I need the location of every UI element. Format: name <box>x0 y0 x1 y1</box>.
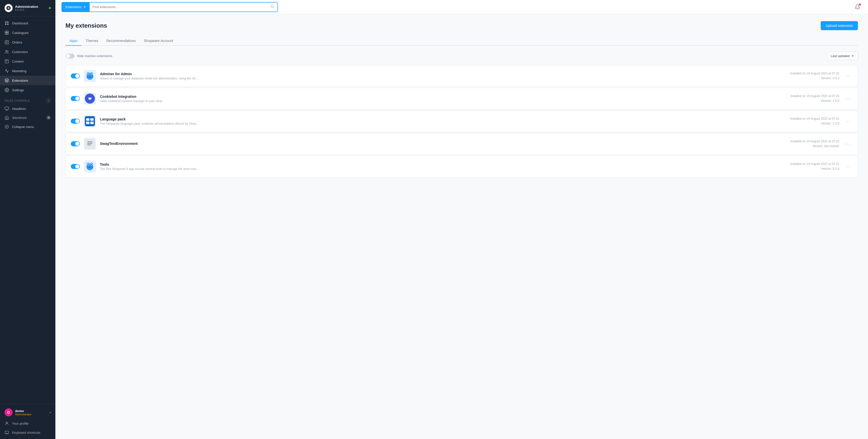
dashboard-icon <box>4 21 9 25</box>
sidebar-label-settings: Settings <box>12 88 24 92</box>
ext-more-button-adminer[interactable]: ··· <box>843 72 852 80</box>
ext-install-date-swagtest: Installed on 19 August 2022 at 07:22 <box>789 139 839 144</box>
extensions-icon <box>4 78 9 83</box>
keyboard-icon <box>4 430 9 435</box>
frog-svg-tools <box>85 161 95 171</box>
sidebar-item-marketing[interactable]: Marketing <box>0 66 55 76</box>
ext-install-date-langpack: Installed on 19 August 2022 at 07:21 <box>789 116 839 121</box>
tabs-bar: Apps Themes Recommendations Shopware Acc… <box>65 36 858 46</box>
tab-apps[interactable]: Apps <box>65 36 82 46</box>
sidebar-label-content: Content <box>12 60 24 63</box>
hide-inactive-toggle[interactable] <box>65 54 74 59</box>
content-icon <box>4 59 9 64</box>
svg-rect-36 <box>87 144 91 145</box>
sidebar-label-extensions: Extensions <box>12 79 28 82</box>
ext-toggle-adminer[interactable] <box>71 73 80 78</box>
svg-rect-3 <box>5 24 6 25</box>
add-sales-channel-button[interactable]: + <box>46 98 51 103</box>
svg-point-17 <box>6 422 7 424</box>
sidebar-footer: D demo Administrator ▾ Your profile Keyb… <box>0 404 55 439</box>
your-profile-label: Your profile <box>12 421 28 426</box>
ext-desc-adminer: Allows to manage your database inside th… <box>100 77 226 80</box>
sidebar-item-content[interactable]: Content <box>0 57 55 66</box>
sidebar-label-storefront: Storefront <box>12 116 26 120</box>
sidebar-item-orders[interactable]: Orders <box>0 37 55 47</box>
svg-point-10 <box>6 50 7 52</box>
search-icon <box>270 4 274 8</box>
extension-item-swagtest: SwagTestEnvironment Installed on 19 Augu… <box>65 133 858 155</box>
sales-channels-section: Sales Channels + <box>0 95 55 104</box>
ext-toggle-cookiebot[interactable] <box>71 96 80 101</box>
svg-rect-35 <box>87 143 92 144</box>
search-submit-button[interactable] <box>267 2 277 11</box>
ext-version-swagtest: Version: dev-master <box>789 144 839 148</box>
page-title: My extensions <box>65 22 107 29</box>
notification-button[interactable] <box>853 2 862 11</box>
sidebar-label-customers: Customers <box>12 50 28 54</box>
search-input[interactable] <box>90 2 267 11</box>
ext-name-langpack: Language pack <box>100 117 785 121</box>
user-info[interactable]: D demo Administrator ▾ <box>0 406 55 419</box>
svg-rect-8 <box>7 33 8 34</box>
ext-icon-langpack <box>84 115 96 127</box>
svg-rect-5 <box>5 31 6 32</box>
swagtest-placeholder <box>85 139 95 149</box>
svg-rect-30 <box>86 118 89 121</box>
extension-item-langpack: Language pack The Shopware language pack… <box>65 110 858 132</box>
keyboard-shortcuts-link[interactable]: Keyboard shortcuts <box>0 428 55 437</box>
online-indicator <box>49 7 51 9</box>
ext-more-button-swagtest[interactable]: ··· <box>843 140 852 147</box>
sidebar-item-storefront[interactable]: Storefront <box>0 113 55 122</box>
your-profile-link[interactable]: Your profile <box>0 419 55 428</box>
svg-point-13 <box>6 90 7 91</box>
ext-name-swagtest: SwagTestEnvironment <box>100 141 785 145</box>
search-type-button[interactable]: Extensions <box>62 2 90 11</box>
sort-button[interactable]: Last updated <box>827 52 858 60</box>
keyboard-shortcuts-label: Keyboard shortcuts <box>12 431 40 435</box>
sidebar-item-settings[interactable]: Settings <box>0 85 55 95</box>
sales-channels-label: Sales Channels <box>4 99 30 102</box>
sidebar-item-customers[interactable]: Customers <box>0 47 55 57</box>
sidebar-label-orders: Orders <box>12 40 22 44</box>
sort-chevron-icon <box>851 55 854 58</box>
avatar: D <box>4 408 12 416</box>
tab-shopware-account[interactable]: Shopware Account <box>140 36 177 46</box>
ext-version-cookiebot: Version: 1.0.0 <box>789 99 839 103</box>
ext-more-button-cookiebot[interactable]: ··· <box>843 95 852 102</box>
svg-rect-34 <box>87 141 92 142</box>
tab-themes[interactable]: Themes <box>82 36 102 46</box>
user-icon <box>4 421 9 426</box>
sidebar-item-extensions[interactable]: Extensions <box>0 76 55 85</box>
svg-rect-7 <box>5 33 6 34</box>
svg-point-28 <box>89 98 91 99</box>
settings-icon <box>4 88 9 92</box>
sidebar-item-headless[interactable]: Headless <box>0 104 55 113</box>
ext-toggle-langpack[interactable] <box>71 119 80 124</box>
svg-point-43 <box>91 164 92 165</box>
sidebar-item-dashboard[interactable]: Dashboard <box>0 19 55 28</box>
sidebar-label-headless: Headless <box>12 107 26 111</box>
ext-info-langpack: Language pack The Shopware language pack… <box>100 117 785 126</box>
ext-meta-cookiebot: Installed on 19 August 2022 at 07:23 Ver… <box>789 94 839 103</box>
ext-version-adminer: Version: 0.3.2 <box>789 76 839 81</box>
main-area: Extensions My extensions Upload extensio… <box>55 0 868 439</box>
ext-version-langpack: Version: 2.3.0 <box>789 121 839 126</box>
tab-recommendations[interactable]: Recommendations <box>102 36 140 46</box>
ext-toggle-tools[interactable] <box>71 164 80 169</box>
filter-bar: Hide inactive extensions Last updated <box>65 52 858 60</box>
user-name: demo <box>15 409 31 413</box>
notification-badge <box>859 3 861 5</box>
sidebar-item-catalogues[interactable]: Catalogues <box>0 28 55 37</box>
hide-inactive-label: Hide inactive extensions <box>77 54 112 58</box>
ext-toggle-swagtest[interactable] <box>71 141 80 146</box>
ext-info-adminer: Adminer for Admin Allows to manage your … <box>100 72 785 80</box>
ext-more-button-tools[interactable]: ··· <box>843 163 852 170</box>
svg-rect-33 <box>90 122 94 124</box>
ext-meta-adminer: Installed on 19 August 2022 at 07:22 Ver… <box>789 71 839 81</box>
app-version: 6.4.14.0 <box>15 8 38 11</box>
collapse-menu-button[interactable]: Collapse menu <box>0 122 55 132</box>
frog-svg-adminer <box>85 71 95 81</box>
ext-more-button-langpack[interactable]: ··· <box>843 118 852 125</box>
sidebar-header: Administration 6.4.14.0 <box>0 0 55 16</box>
upload-extension-button[interactable]: Upload extension <box>821 21 858 30</box>
